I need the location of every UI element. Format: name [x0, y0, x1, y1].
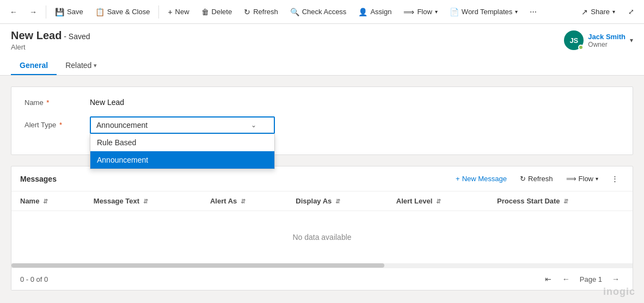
share-chevron-icon: ▾ — [612, 9, 615, 15]
save-label: Save — [67, 8, 83, 16]
new-message-button[interactable]: + New Message — [450, 172, 512, 185]
toolbar-right: ↗ Share ▾ ⤢ — [576, 4, 640, 20]
user-details: Jack Smith Owner — [588, 33, 625, 48]
pagination-info: 0 - 0 of 0 — [20, 275, 48, 283]
messages-more-icon: ⋮ — [611, 175, 618, 183]
word-templates-label: Word Templates — [462, 8, 512, 16]
maximize-button[interactable]: ⤢ — [623, 4, 640, 19]
alert-type-required-star: * — [59, 121, 62, 129]
maximize-icon: ⤢ — [628, 8, 634, 16]
toolbar: ← → 💾 Save 📋 Save & Close + New 🗑 Delete… — [0, 0, 644, 24]
col-process-start-date[interactable]: Process Start Date ⇵ — [488, 191, 633, 211]
col-alert-as[interactable]: Alert As ⇵ — [201, 191, 287, 211]
messages-refresh-button[interactable]: ↻ Refresh — [514, 172, 559, 185]
delete-button[interactable]: 🗑 Delete — [196, 4, 238, 20]
messages-more-button[interactable]: ⋮ — [606, 172, 624, 185]
col-name[interactable]: Name ⇵ — [11, 191, 85, 211]
pagination-controls: ⇤ ← Page 1 → — [541, 273, 624, 286]
user-info[interactable]: JS Jack Smith Owner ▾ — [564, 30, 633, 50]
word-templates-chevron-icon: ▾ — [515, 9, 518, 15]
word-templates-button[interactable]: 📄 Word Templates ▾ — [444, 4, 523, 20]
col-message-text-sort-icon: ⇵ — [143, 198, 148, 205]
back-icon: ← — [10, 8, 17, 16]
tab-related[interactable]: Related ▾ — [57, 57, 106, 75]
messages-section: Messages + New Message ↻ Refresh ⟹ Flow … — [11, 166, 633, 290]
col-alert-level-sort-icon: ⇵ — [436, 198, 441, 205]
refresh-button[interactable]: ↻ Refresh — [238, 4, 284, 20]
refresh-icon: ↻ — [244, 8, 250, 16]
forward-button[interactable]: → — [24, 4, 42, 20]
col-display-as-sort-icon: ⇵ — [335, 198, 340, 205]
col-display-as[interactable]: Display As ⇵ — [287, 191, 387, 211]
name-row: Name * New Lead — [24, 98, 620, 107]
new-message-plus-icon: + — [456, 175, 460, 183]
separator-1 — [46, 5, 46, 18]
new-button[interactable]: + New — [162, 4, 194, 20]
scroll-bar-track[interactable] — [11, 263, 633, 268]
inogic-logo: inogic — [603, 286, 635, 298]
messages-refresh-label: Refresh — [528, 175, 553, 183]
page-subtitle: Alert — [11, 43, 90, 51]
messages-title: Messages — [20, 175, 446, 183]
form-card: Name * New Lead Alert Type * Announcemen… — [11, 86, 633, 155]
first-page-button[interactable]: ⇤ — [541, 273, 556, 286]
save-icon: 💾 — [55, 8, 64, 16]
col-alert-level[interactable]: Alert Level ⇵ — [388, 191, 488, 211]
tab-related-label: Related — [65, 61, 91, 70]
alert-type-selected-value: Announcement — [96, 121, 148, 129]
alert-type-select[interactable]: Announcement ⌄ — [90, 116, 275, 134]
next-page-button[interactable]: → — [608, 273, 624, 286]
forward-icon: → — [29, 8, 37, 16]
dropdown-option-announcement[interactable]: Announcement — [90, 151, 274, 169]
back-button[interactable]: ← — [4, 4, 23, 20]
avatar-initials: JS — [569, 36, 578, 45]
messages-table-head: Name ⇵ Message Text ⇵ Alert As ⇵ Displ — [11, 191, 633, 211]
messages-flow-chevron-icon: ▾ — [596, 176, 598, 182]
avatar-status — [578, 45, 584, 50]
new-label: New — [175, 8, 189, 16]
name-value: New Lead — [90, 98, 124, 107]
separator-2 — [158, 5, 159, 18]
messages-refresh-icon: ↻ — [520, 175, 526, 183]
flow-label: Flow — [417, 8, 432, 16]
messages-flow-button[interactable]: ⟹ Flow ▾ — [561, 172, 604, 185]
more-button[interactable]: ⋯ — [524, 4, 542, 19]
name-label: Name * — [24, 98, 90, 107]
check-access-label: Check Access — [302, 8, 347, 16]
related-chevron-icon: ▾ — [94, 62, 97, 69]
no-data-row: No data available — [11, 211, 633, 264]
page-label: Page 1 — [580, 275, 602, 283]
share-label: Share — [591, 8, 610, 16]
flow-button[interactable]: ⟹ Flow ▾ — [398, 4, 443, 20]
delete-icon: 🗑 — [201, 8, 209, 16]
check-access-button[interactable]: 🔍 Check Access — [285, 4, 352, 20]
refresh-label: Refresh — [253, 8, 278, 16]
col-name-sort-icon: ⇵ — [43, 198, 48, 205]
flow-chevron-icon: ▾ — [435, 9, 438, 15]
tab-general-label: General — [20, 61, 48, 70]
tabs: General Related ▾ — [11, 57, 633, 75]
messages-table-header-row: Name ⇵ Message Text ⇵ Alert As ⇵ Displ — [11, 191, 633, 211]
save-close-button[interactable]: 📋 Save & Close — [90, 4, 156, 20]
messages-table-body: No data available — [11, 211, 633, 264]
col-message-text[interactable]: Message Text ⇵ — [85, 191, 201, 211]
share-icon: ↗ — [581, 8, 588, 16]
messages-flow-label: Flow — [579, 175, 593, 183]
main-content: Name * New Lead Alert Type * Announcemen… — [0, 76, 644, 303]
delete-label: Delete — [212, 8, 232, 16]
col-process-start-date-sort-icon: ⇵ — [563, 198, 568, 205]
save-button[interactable]: 💾 Save — [50, 4, 89, 20]
assign-button[interactable]: 👤 Assign — [353, 4, 397, 20]
save-close-label: Save & Close — [107, 8, 150, 16]
assign-label: Assign — [370, 8, 391, 16]
scroll-bar-thumb[interactable] — [11, 263, 384, 268]
dropdown-option-rule-based[interactable]: Rule Based — [90, 134, 274, 151]
new-icon: + — [168, 8, 172, 16]
share-button[interactable]: ↗ Share ▾ — [576, 4, 621, 20]
new-message-label: New Message — [462, 175, 507, 183]
tab-general[interactable]: General — [11, 57, 57, 75]
select-chevron-icon: ⌄ — [251, 121, 256, 129]
user-chevron-icon: ▾ — [630, 36, 633, 44]
prev-page-button[interactable]: ← — [558, 273, 574, 286]
messages-table: Name ⇵ Message Text ⇵ Alert As ⇵ Displ — [11, 191, 633, 263]
